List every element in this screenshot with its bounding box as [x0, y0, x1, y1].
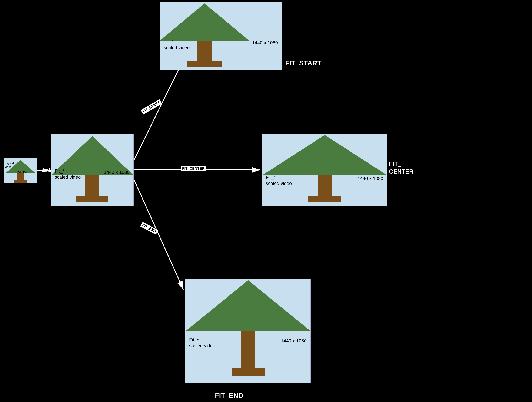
svg-rect-13: [188, 61, 222, 67]
fit-end-arrow-label: FIT_END: [140, 222, 158, 235]
svg-rect-12: [197, 41, 212, 61]
svg-marker-11: [160, 3, 249, 41]
svg-rect-10: [76, 196, 108, 202]
fit-center-arrow-label: FIT_CENTER: [181, 166, 206, 171]
fit-start-arrow-label: FIT_START: [141, 99, 162, 115]
fit-start-video-label: Fit_*scaled video: [164, 39, 190, 51]
fit-center-video-size: 1440 x 1080: [357, 176, 383, 181]
scaled-video-box: Fit_*scaled video 1440 x 1080: [51, 134, 134, 206]
original-video-box: originalvideo (640x480): [4, 158, 37, 183]
svg-rect-9: [85, 175, 99, 196]
svg-rect-15: [318, 175, 332, 196]
original-video-label: originalvideo: [5, 162, 14, 169]
svg-rect-7: [14, 180, 27, 183]
fit-start-video-size: 1440 x 1080: [252, 40, 278, 45]
fit-end-video-box: Fit_*scaled video 1440 x 1080: [185, 279, 311, 383]
fit-end-label: FIT_END: [215, 392, 243, 400]
scaled-video-label: Fit_*scaled video: [55, 168, 81, 180]
svg-rect-6: [17, 173, 24, 180]
fit-start-label: FIT_START: [285, 59, 321, 67]
fit-center-video-box: Fit_*scaled video 1440 x 1080: [262, 134, 387, 206]
svg-rect-16: [308, 196, 341, 202]
fit-end-video-label: Fit_*scaled video: [189, 337, 215, 349]
scaled-video-size: 1440 x 1080: [104, 170, 130, 175]
svg-line-4: [134, 179, 184, 290]
fit-center-video-label: Fit_*scaled video: [266, 175, 292, 187]
svg-marker-17: [185, 280, 311, 331]
fit-start-video-box: Fit_*scaled video 1440 x 1080: [160, 2, 282, 70]
svg-marker-14: [262, 135, 387, 175]
fit-end-video-size: 1440 x 1080: [281, 338, 307, 344]
original-video-size: (640x480): [17, 171, 27, 173]
svg-rect-19: [232, 368, 265, 376]
fit-center-label: FIT_CENTER: [389, 160, 413, 176]
svg-rect-18: [241, 331, 255, 368]
